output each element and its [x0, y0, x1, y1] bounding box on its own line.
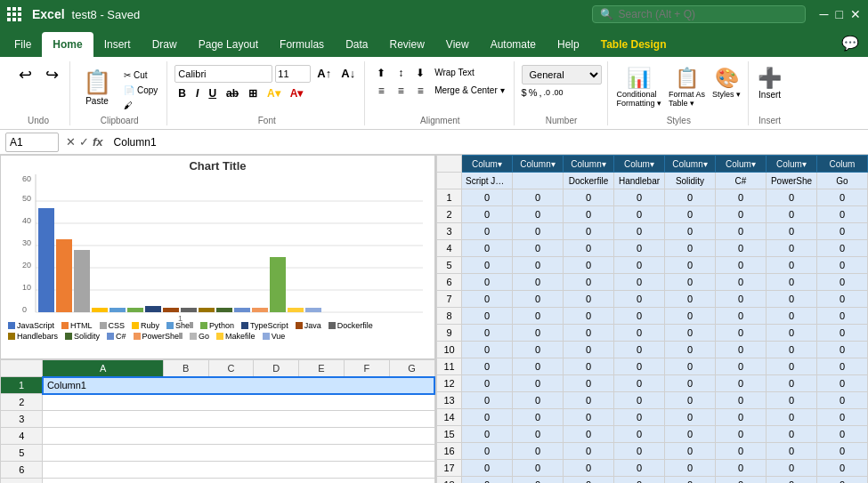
- data-cell[interactable]: 0: [665, 409, 716, 426]
- data-cell[interactable]: 0: [614, 308, 665, 325]
- data-cell[interactable]: 0: [564, 325, 614, 342]
- data-cell[interactable]: 0: [767, 206, 817, 223]
- font-size-input[interactable]: [275, 65, 311, 83]
- data-cell[interactable]: 0: [716, 189, 767, 206]
- data-cell[interactable]: 0: [767, 409, 817, 426]
- chart-container[interactable]: Chart Title 0 10 20 30 40 50 60: [0, 155, 435, 359]
- font-name-input[interactable]: [174, 65, 272, 83]
- data-cell[interactable]: 0: [564, 375, 614, 392]
- data-cell[interactable]: 0: [716, 206, 767, 223]
- data-cell[interactable]: 0: [564, 477, 614, 484]
- data-cell[interactable]: 0: [767, 308, 817, 325]
- data-cell[interactable]: 0: [767, 291, 817, 308]
- data-cell[interactable]: 0: [564, 240, 614, 257]
- data-cell[interactable]: 0: [665, 392, 716, 409]
- font-color-button[interactable]: A▾: [287, 85, 307, 101]
- tab-help[interactable]: Help: [547, 32, 590, 57]
- col-l-header[interactable]: Column▾: [665, 156, 716, 173]
- data-cell[interactable]: 0: [462, 240, 513, 257]
- data-cell[interactable]: 0: [513, 375, 564, 392]
- tab-draw[interactable]: Draw: [142, 32, 188, 57]
- data-cell[interactable]: 0: [564, 392, 614, 409]
- search-input[interactable]: [619, 8, 779, 20]
- data-cell[interactable]: 0: [513, 325, 564, 342]
- data-cell[interactable]: 0: [665, 477, 716, 484]
- data-cell[interactable]: 0: [817, 206, 868, 223]
- data-cell[interactable]: 0: [462, 223, 513, 240]
- data-cell[interactable]: 0: [564, 189, 614, 206]
- data-cell[interactable]: 0: [767, 443, 817, 460]
- data-cell[interactable]: 0: [462, 308, 513, 325]
- data-cell[interactable]: 0: [767, 426, 817, 443]
- data-cell[interactable]: 0: [513, 358, 564, 375]
- data-cell[interactable]: 0: [462, 375, 513, 392]
- data-cell[interactable]: 0: [614, 206, 665, 223]
- name-box[interactable]: [5, 133, 59, 152]
- data-cell[interactable]: 0: [665, 257, 716, 274]
- data-cell[interactable]: 0: [817, 274, 868, 291]
- data-cell[interactable]: 0: [665, 274, 716, 291]
- data-cell[interactable]: 0: [614, 325, 665, 342]
- number-format-select[interactable]: General Number Currency Date: [522, 65, 602, 85]
- data-cell[interactable]: 0: [817, 477, 868, 484]
- tab-home[interactable]: Home: [42, 32, 93, 57]
- decrease-font-button[interactable]: A↓: [337, 65, 359, 82]
- data-cell[interactable]: 0: [462, 460, 513, 477]
- italic-button[interactable]: I: [192, 85, 202, 101]
- data-cell[interactable]: 0: [665, 375, 716, 392]
- data-cell[interactable]: 0: [513, 274, 564, 291]
- data-cell[interactable]: 0: [614, 342, 665, 358]
- col-k-header[interactable]: Colum▾: [614, 156, 665, 173]
- align-bottom-button[interactable]: ⬇: [411, 65, 429, 81]
- data-cell[interactable]: 0: [564, 460, 614, 477]
- tab-table-design[interactable]: Table Design: [590, 32, 677, 57]
- data-cell[interactable]: 0: [462, 325, 513, 342]
- data-cell[interactable]: 0: [716, 325, 767, 342]
- data-cell[interactable]: 0: [513, 257, 564, 274]
- data-cell[interactable]: 0: [817, 460, 868, 477]
- data-cell[interactable]: 0: [665, 358, 716, 375]
- data-cell[interactable]: 0: [716, 443, 767, 460]
- data-cell[interactable]: 0: [767, 189, 817, 206]
- underline-button[interactable]: U: [205, 85, 220, 101]
- align-top-button[interactable]: ⬆: [372, 65, 390, 81]
- tab-insert[interactable]: Insert: [93, 32, 142, 57]
- data-cell[interactable]: 0: [513, 477, 564, 484]
- data-cell[interactable]: 0: [767, 274, 817, 291]
- data-cell[interactable]: 0: [513, 392, 564, 409]
- data-cell[interactable]: 0: [462, 443, 513, 460]
- data-cell[interactable]: 0: [817, 223, 868, 240]
- data-cell[interactable]: 0: [564, 409, 614, 426]
- tab-formulas[interactable]: Formulas: [269, 32, 335, 57]
- format-painter-button[interactable]: 🖌: [120, 99, 161, 112]
- data-cell[interactable]: 0: [462, 274, 513, 291]
- data-cell[interactable]: 0: [614, 358, 665, 375]
- col-c-header[interactable]: C: [208, 360, 254, 377]
- data-cell[interactable]: 0: [564, 274, 614, 291]
- data-cell[interactable]: 0: [716, 240, 767, 257]
- data-cell[interactable]: 0: [716, 342, 767, 358]
- tab-data[interactable]: Data: [335, 32, 378, 57]
- data-cell[interactable]: 0: [614, 189, 665, 206]
- data-cell[interactable]: 0: [513, 223, 564, 240]
- data-cell[interactable]: 0: [665, 223, 716, 240]
- data-cell[interactable]: 0: [665, 240, 716, 257]
- data-cell[interactable]: 0: [614, 426, 665, 443]
- data-cell[interactable]: 0: [665, 460, 716, 477]
- data-cell[interactable]: 0: [767, 477, 817, 484]
- data-cell[interactable]: 0: [462, 358, 513, 375]
- fill-color-button[interactable]: A▾: [264, 85, 284, 101]
- tab-view[interactable]: View: [435, 32, 480, 57]
- col-f-header[interactable]: F: [344, 360, 389, 377]
- minimize-icon[interactable]: ─: [820, 7, 829, 21]
- col-g-header[interactable]: G: [389, 360, 434, 377]
- tab-automate[interactable]: Automate: [480, 32, 547, 57]
- tab-review[interactable]: Review: [378, 32, 434, 57]
- paste-button[interactable]: 📋 Paste: [77, 65, 117, 109]
- data-cell[interactable]: 0: [716, 308, 767, 325]
- app-grid-icon[interactable]: [7, 7, 21, 21]
- col-b-header[interactable]: B: [163, 360, 208, 377]
- format-as-table-button[interactable]: 📋 Format AsTable ▾: [667, 65, 707, 109]
- data-cell[interactable]: 0: [462, 291, 513, 308]
- data-cell[interactable]: 0: [665, 206, 716, 223]
